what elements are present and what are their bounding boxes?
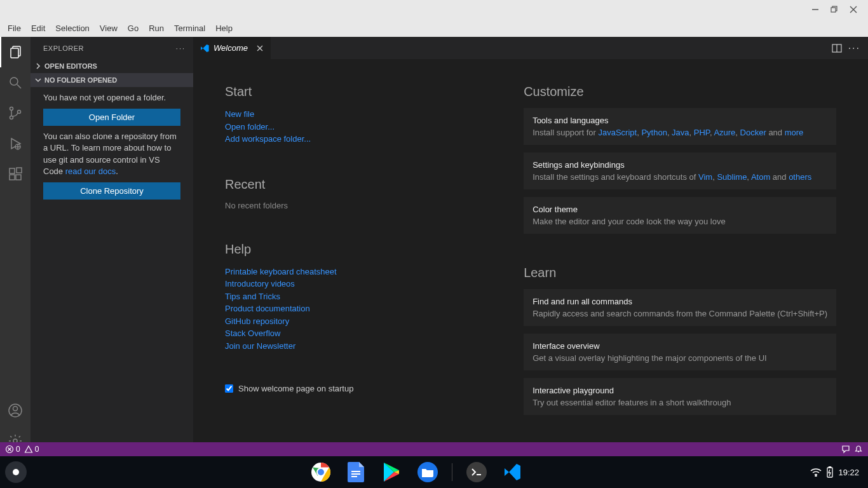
- lang-link-azure[interactable]: Azure: [714, 128, 735, 137]
- vscode-icon: [200, 43, 210, 53]
- learn-overview-card[interactable]: Interface overview Get a visual overlay …: [524, 334, 836, 370]
- source-control-icon[interactable]: [0, 98, 31, 128]
- taskbar-docs-icon[interactable]: [345, 461, 368, 484]
- learn-playground-card[interactable]: Interactive playground Try out essential…: [524, 378, 836, 415]
- editor-more-icon[interactable]: ···: [848, 43, 860, 54]
- battery-icon[interactable]: [827, 466, 833, 478]
- status-feedback-icon[interactable]: [841, 445, 850, 454]
- menu-go[interactable]: Go: [123, 24, 144, 33]
- start-heading: Start: [225, 85, 473, 99]
- editor-actions: ···: [824, 37, 868, 59]
- explorer-icon[interactable]: [0, 37, 31, 67]
- customize-heading: Customize: [524, 85, 836, 99]
- help-link-newsletter[interactable]: Join our Newsletter: [225, 340, 473, 353]
- extensions-icon[interactable]: [0, 159, 31, 189]
- lang-link-javascript[interactable]: JavaScript: [598, 128, 637, 137]
- keymap-link-vim[interactable]: Vim: [698, 172, 712, 182]
- svg-rect-40: [829, 466, 831, 468]
- svg-rect-19: [17, 168, 22, 173]
- help-link-docs[interactable]: Product documentation: [225, 302, 473, 315]
- help-link-tips[interactable]: Tips and Tricks: [225, 290, 473, 303]
- window-minimize-button[interactable]: [806, 0, 825, 19]
- show-on-startup-checkbox[interactable]: [225, 384, 233, 393]
- open-editors-section[interactable]: OPEN EDITORS: [31, 59, 193, 73]
- run-debug-icon[interactable]: [0, 128, 31, 159]
- no-folder-body: You have not yet opened a folder. Open F…: [31, 87, 193, 210]
- no-folder-section[interactable]: NO FOLDER OPENED: [31, 73, 193, 87]
- customize-settings-title: Settings and keybindings: [532, 160, 827, 170]
- menu-edit[interactable]: Edit: [26, 24, 50, 33]
- customize-tools-card[interactable]: Tools and languages Install support for …: [524, 108, 836, 145]
- svg-rect-35: [351, 476, 357, 477]
- svg-point-21: [13, 407, 18, 411]
- account-icon[interactable]: [0, 395, 31, 426]
- clone-repository-button[interactable]: Clone Repository: [43, 182, 180, 200]
- menu-help[interactable]: Help: [210, 24, 238, 33]
- keymap-link-atom[interactable]: Atom: [751, 172, 770, 182]
- warning-icon: [24, 445, 33, 454]
- activity-bar: [0, 37, 31, 456]
- customize-section: Customize Tools and languages Install su…: [524, 85, 836, 234]
- taskbar-clock[interactable]: 19:22: [838, 468, 859, 477]
- help-link-stackoverflow[interactable]: Stack Overflow: [225, 327, 473, 340]
- taskbar-play-store-icon[interactable]: [381, 461, 403, 484]
- recent-empty-text: No recent folders: [225, 201, 473, 210]
- status-warnings[interactable]: 0: [24, 445, 39, 454]
- split-editor-icon[interactable]: [832, 43, 842, 53]
- wifi-icon[interactable]: [810, 468, 822, 477]
- error-icon: [5, 445, 14, 454]
- customize-settings-card[interactable]: Settings and keybindings Install the set…: [524, 152, 836, 189]
- learn-commands-card[interactable]: Find and run all commands Rapidly access…: [524, 289, 836, 326]
- taskbar-terminal-icon[interactable]: [465, 461, 488, 484]
- customize-theme-card[interactable]: Color theme Make the editor and your cod…: [524, 197, 836, 234]
- open-folder-button[interactable]: Open Folder: [43, 109, 180, 126]
- status-bell-icon[interactable]: [854, 445, 863, 454]
- lang-link-python[interactable]: Python: [641, 128, 667, 137]
- no-folder-label: NO FOLDER OPENED: [44, 76, 117, 84]
- window-restore-button[interactable]: [825, 0, 844, 19]
- help-link-cheatsheet[interactable]: Printable keyboard cheatsheet: [225, 266, 473, 278]
- start-link-open-folder[interactable]: Open folder...: [225, 121, 473, 133]
- show-on-startup-row[interactable]: Show welcome page on startup: [225, 384, 473, 393]
- menu-file[interactable]: File: [3, 24, 26, 33]
- menu-terminal[interactable]: Terminal: [169, 24, 210, 33]
- svg-point-7: [10, 78, 18, 85]
- explorer-more-icon[interactable]: ···: [176, 44, 186, 52]
- recent-section: Recent No recent folders: [225, 177, 473, 210]
- keymap-link-sublime[interactable]: Sublime: [717, 172, 747, 182]
- start-link-add-workspace[interactable]: Add workspace folder...: [225, 133, 473, 146]
- status-errors[interactable]: 0: [5, 445, 20, 454]
- tab-bar: Welcome ···: [193, 37, 868, 59]
- app-launcher-button[interactable]: [0, 461, 32, 483]
- open-editors-label: OPEN EDITORS: [44, 62, 97, 70]
- read-our-docs-link[interactable]: read our docs: [65, 166, 116, 176]
- lang-link-docker[interactable]: Docker: [740, 128, 766, 137]
- window-titlebar: [0, 0, 868, 19]
- help-link-github[interactable]: GitHub repository: [225, 315, 473, 328]
- lang-link-more[interactable]: more: [785, 128, 804, 137]
- keymap-link-others[interactable]: others: [789, 172, 811, 182]
- learn-heading: Learn: [524, 266, 836, 280]
- help-link-videos[interactable]: Introductory videos: [225, 278, 473, 290]
- tab-welcome[interactable]: Welcome: [193, 37, 271, 59]
- lang-link-php[interactable]: PHP: [694, 128, 710, 137]
- start-link-new-file[interactable]: New file: [225, 108, 473, 121]
- customize-tools-title: Tools and languages: [532, 116, 827, 125]
- taskbar-files-icon[interactable]: [416, 461, 439, 484]
- svg-rect-34: [351, 473, 360, 475]
- window-close-button[interactable]: [844, 0, 863, 19]
- workbench: EXPLORER ··· OPEN EDITORS NO FOLDER OPEN…: [0, 37, 868, 456]
- svg-rect-18: [16, 175, 21, 180]
- customize-settings-desc: Install the settings and keyboard shortc…: [532, 172, 827, 182]
- menu-view[interactable]: View: [95, 24, 123, 33]
- tab-close-icon[interactable]: [255, 44, 264, 53]
- lang-link-java[interactable]: Java: [672, 128, 689, 137]
- menu-run[interactable]: Run: [144, 24, 169, 33]
- menu-selection[interactable]: Selection: [50, 24, 94, 33]
- taskbar-vscode-icon[interactable]: [501, 461, 524, 484]
- search-icon[interactable]: [0, 67, 31, 98]
- recent-heading: Recent: [225, 177, 473, 192]
- taskbar-chrome-icon[interactable]: [309, 461, 332, 484]
- customize-theme-title: Color theme: [532, 205, 827, 214]
- customize-tools-desc: Install support for JavaScript, Python, …: [532, 128, 827, 137]
